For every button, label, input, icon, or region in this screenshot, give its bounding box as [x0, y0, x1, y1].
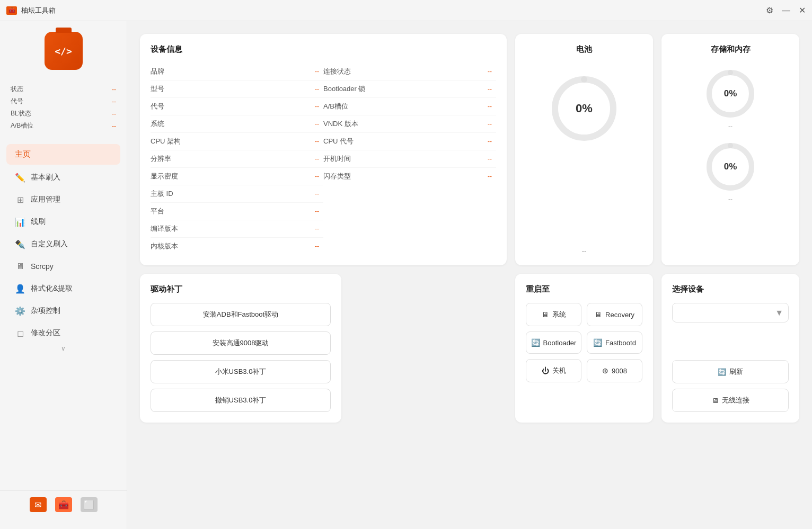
info-row-build: 编译版本 -- [151, 220, 323, 238]
storage-card: 存储和内存 0% -- [661, 34, 799, 265]
restart-title: 重启至 [526, 284, 642, 294]
info-row-platform: 平台 -- [151, 203, 323, 220]
close-button[interactable]: ✕ [799, 5, 806, 15]
sidebar-item-format-label: 格式化&提取 [31, 284, 73, 293]
sidebar-stats: 状态 -- 代号 -- BL状态 -- A/B槽位 -- [0, 80, 127, 142]
settings-icon[interactable]: ⚙ [766, 5, 773, 15]
driver-card: 驱动补丁 安装ADB和Fastboot驱动 安装高通9008驱动 小米USB3.… [140, 274, 341, 423]
battery-percent-text: 0% [576, 102, 593, 115]
sidebar-item-flash-label: 基本刷入 [31, 173, 60, 182]
stat-status-value: -- [112, 86, 116, 93]
info-col-right: 连接状态 -- Bootloader 锁 -- A/B槽位 -- VNDK 版本… [323, 63, 496, 255]
device-info-card: 设备信息 品牌 -- 型号 -- 代号 -- [140, 34, 507, 265]
info-row-density: 显示密度 -- [151, 168, 323, 185]
fastbootd-icon: 🔄 [593, 338, 602, 347]
info-row-flash-type: 闪存类型 -- [323, 168, 496, 185]
battery-value: -- [582, 247, 587, 255]
battery-card: 电池 0% -- [515, 34, 653, 265]
bottom-action-1[interactable]: ✉ [30, 497, 47, 512]
restart-system-label: 系统 [552, 310, 566, 319]
restart-bootloader-label: Bootloader [543, 339, 577, 347]
storage-title: 存储和内存 [711, 44, 751, 55]
bottom-action-2[interactable]: 🧰 [55, 497, 72, 512]
stat-bl-value: -- [112, 110, 116, 118]
misc-icon: ⚙️ [15, 306, 25, 316]
sidebar-item-misc-label: 杂项控制 [31, 306, 60, 316]
storage-circle-section: 0% -- [704, 67, 757, 130]
content-area: 设备信息 品牌 -- 型号 -- 代号 -- [127, 21, 812, 529]
sidebar-item-home[interactable]: 主页 [6, 144, 120, 165]
system-icon: 🖥 [542, 310, 549, 319]
sidebar-item-appmanager[interactable]: ⊞ 应用管理 [6, 189, 120, 210]
info-row-uptime: 开机时间 -- [323, 150, 496, 168]
install-adb-fastboot-btn[interactable]: 安装ADB和Fastboot驱动 [151, 303, 331, 326]
stat-codename: 代号 -- [11, 97, 116, 106]
refresh-label: 刷新 [729, 367, 743, 376]
restart-poweroff-label: 关机 [552, 366, 566, 375]
battery-title: 电池 [576, 44, 592, 55]
restart-recovery-btn[interactable]: 🖥 Recovery [587, 303, 642, 326]
restart-fastbootd-btn[interactable]: 🔄 Fastbootd [587, 331, 642, 354]
memory-value: -- [728, 195, 732, 203]
poweroff-icon: ⏻ [542, 366, 549, 375]
minimize-button[interactable]: — [782, 6, 790, 15]
restart-9008-label: 9008 [612, 367, 627, 375]
restart-bootloader-btn[interactable]: 🔄 Bootloader [526, 331, 581, 354]
restart-9008-btn[interactable]: ⊕ 9008 [587, 359, 642, 382]
logo-handle [56, 28, 72, 33]
device-select-input[interactable] [672, 303, 789, 322]
partition-icon: ◻ [15, 328, 25, 338]
restart-card: 重启至 🖥 系统 🖥 Recovery 🔄 Bootloader 🔄 Fastb… [515, 274, 653, 423]
storage-circles: 0% -- 0% -- [672, 67, 789, 203]
sidebar: 状态 -- 代号 -- BL状态 -- A/B槽位 -- 主页 ✏️ 基本刷入 [0, 21, 127, 529]
device-info-grid: 品牌 -- 型号 -- 代号 -- 系统 -- [151, 63, 496, 255]
storage-value: -- [728, 122, 732, 130]
wireless-label: 无线连接 [722, 396, 749, 405]
sidebar-item-scrcpy-label: Scrcpy [31, 262, 54, 271]
revoke-usb3-btn[interactable]: 撤销USB3.0补丁 [151, 389, 331, 412]
install-usb3-btn[interactable]: 小米USB3.0补丁 [151, 360, 331, 383]
appmanager-icon: ⊞ [15, 194, 25, 205]
restart-recovery-label: Recovery [605, 311, 634, 319]
info-row-bl-lock: Bootloader 锁 -- [323, 80, 496, 98]
sidebar-item-flash[interactable]: ✏️ 基本刷入 [6, 167, 120, 188]
sidebar-item-customflash[interactable]: ✒️ 自定义刷入 [6, 234, 120, 255]
sidebar-item-scrcpy[interactable]: 🖥 Scrcpy [6, 256, 120, 277]
restart-system-btn[interactable]: 🖥 系统 [526, 303, 581, 326]
format-icon: 👤 [15, 283, 25, 294]
flash-icon: ✏️ [15, 172, 25, 183]
stat-bl: BL状态 -- [11, 109, 116, 118]
lineflash-icon: 📊 [15, 217, 25, 227]
bootloader-icon: 🔄 [531, 338, 540, 347]
device-info-title: 设备信息 [151, 44, 496, 55]
storage-donut: 0% [704, 67, 757, 120]
wireless-connect-btn[interactable]: 🖥 无线连接 [672, 389, 789, 412]
stat-bl-label: BL状态 [11, 109, 31, 118]
sidebar-item-partition[interactable]: ◻ 修改分区 [6, 322, 120, 344]
refresh-btn[interactable]: 🔄 刷新 [672, 360, 789, 383]
app-title: 柚坛工具箱 [21, 6, 56, 15]
device-select-title: 选择设备 [672, 284, 789, 294]
sidebar-item-appmanager-label: 应用管理 [31, 195, 60, 204]
bottom-action-3[interactable]: ⬜ [81, 497, 98, 512]
install-qualcomm-btn[interactable]: 安装高通9008驱动 [151, 331, 331, 355]
sidebar-item-lineflash[interactable]: 📊 线刷 [6, 211, 120, 232]
device-action-buttons: 🔄 刷新 🖥 无线连接 [672, 360, 789, 412]
info-row-model: 型号 -- [151, 80, 323, 98]
nav-expand-chevron[interactable]: ∨ [6, 345, 120, 352]
main-layout: 状态 -- 代号 -- BL状态 -- A/B槽位 -- 主页 ✏️ 基本刷入 [0, 21, 812, 529]
info-row-cpu-arch: CPU 架构 -- [151, 133, 323, 150]
restart-poweroff-btn[interactable]: ⏻ 关机 [526, 359, 581, 382]
sidebar-item-format[interactable]: 👤 格式化&提取 [6, 278, 120, 299]
info-row-ab-slot: A/B槽位 -- [323, 98, 496, 115]
stat-codename-label: 代号 [11, 97, 23, 106]
info-row-cpu-code: CPU 代号 -- [323, 133, 496, 150]
sidebar-item-lineflash-label: 线刷 [31, 217, 46, 227]
device-select-wrapper: ▼ [672, 303, 789, 322]
recovery-icon: 🖥 [595, 310, 602, 319]
info-row-codename: 代号 -- [151, 98, 323, 115]
sidebar-item-misc[interactable]: ⚙️ 杂项控制 [6, 300, 120, 321]
stat-status-label: 状态 [11, 85, 23, 94]
refresh-icon: 🔄 [718, 368, 726, 376]
wireless-icon: 🖥 [712, 397, 719, 405]
